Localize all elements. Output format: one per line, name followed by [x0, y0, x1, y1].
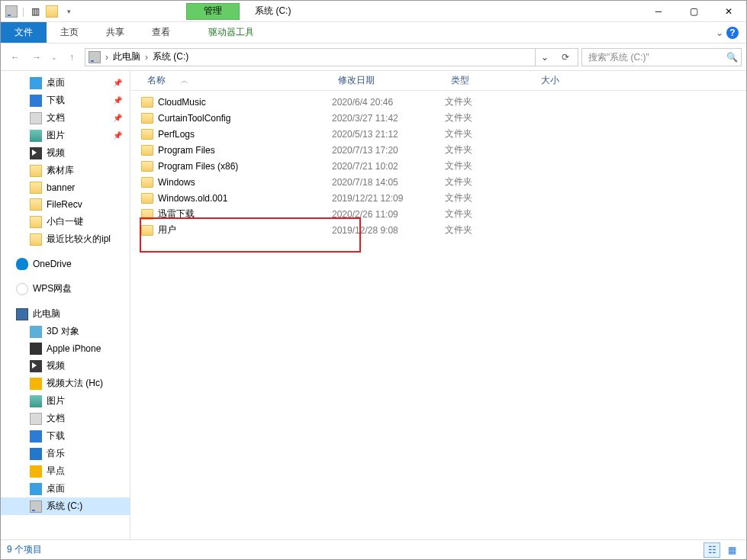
- tree-label: 下载: [47, 94, 65, 107]
- search-input[interactable]: [585, 52, 726, 63]
- breadcrumb-sep-icon[interactable]: ›: [143, 52, 150, 63]
- file-type: 文件夹: [445, 191, 535, 204]
- address-dropdown-icon[interactable]: ⌄: [535, 49, 553, 66]
- folder-icon: [141, 113, 153, 124]
- back-button[interactable]: ←: [5, 47, 25, 67]
- address-bar[interactable]: › 此电脑 › 系统 (C:) ⌄ ⟳: [85, 48, 578, 66]
- tree-label: 下载: [47, 430, 65, 443]
- file-date: 2020/6/4 20:46: [332, 97, 445, 108]
- details-view-button[interactable]: ☷: [704, 542, 720, 558]
- properties-icon[interactable]: ▥: [29, 5, 41, 18]
- sort-asc-icon: ︿: [181, 76, 188, 86]
- file-row[interactable]: Program Files (x86)2020/7/21 10:02文件夹: [130, 158, 746, 174]
- tree-videos[interactable]: 视频: [1, 144, 130, 162]
- tree-label: 文档: [47, 412, 65, 425]
- breadcrumb-sep-icon[interactable]: ›: [104, 52, 110, 63]
- phone-icon: [30, 343, 42, 355]
- file-row[interactable]: Program Files2020/7/13 17:20文件夹: [130, 142, 746, 158]
- folder-icon: [30, 216, 42, 228]
- tree-sucaiku[interactable]: 素材库: [1, 162, 130, 179]
- tree-pictures[interactable]: 图片📌: [1, 127, 130, 144]
- view-toggle: ☷ ▦: [704, 542, 740, 558]
- folder-icon: [30, 198, 42, 211]
- file-row[interactable]: 用户2019/12/28 9:08文件夹: [130, 222, 746, 238]
- tree-label: 音乐: [47, 447, 65, 460]
- up-button[interactable]: ↑: [62, 47, 82, 67]
- col-size[interactable]: 大小: [535, 74, 596, 87]
- tree-xiaobai[interactable]: 小白一键: [1, 213, 130, 230]
- history-dropdown[interactable]: ⌄: [48, 47, 60, 67]
- tree-desktop2[interactable]: 桌面: [1, 480, 130, 497]
- close-button[interactable]: ✕: [711, 1, 746, 22]
- tree-zaodian[interactable]: 早点: [1, 462, 130, 480]
- breadcrumb-cdrive[interactable]: 系统 (C:): [153, 50, 188, 63]
- status-bar: 9 个项目 ☷ ▦: [1, 539, 746, 559]
- search-box[interactable]: 🔍: [581, 48, 742, 66]
- breadcrumb-thispc[interactable]: 此电脑: [113, 50, 140, 63]
- file-row[interactable]: 迅雷下载2020/2/26 11:09文件夹: [130, 206, 746, 222]
- tree-downloads[interactable]: 下载📌: [1, 92, 130, 109]
- help-icon[interactable]: ?: [726, 27, 739, 39]
- tree-banner[interactable]: banner: [1, 179, 130, 196]
- file-date: 2020/7/13 17:20: [332, 145, 445, 156]
- tree-onedrive[interactable]: OneDrive: [1, 256, 130, 272]
- file-row[interactable]: CurtainToolConfig2020/3/27 11:42文件夹: [130, 110, 746, 126]
- refresh-icon[interactable]: ⟳: [556, 49, 575, 66]
- tree-shipindafa[interactable]: 视频大法 (Hc): [1, 375, 130, 392]
- tree-wps[interactable]: WPS网盘: [1, 280, 130, 298]
- file-name: Program Files (x86): [158, 161, 238, 172]
- file-name: Program Files: [158, 145, 215, 156]
- file-name: Windows: [158, 177, 195, 188]
- navigation-tree[interactable]: 桌面📌 下载📌 文档📌 图片📌 视频 素材库 banner FileRecv 小…: [1, 71, 130, 539]
- tree-iphone[interactable]: Apple iPhone: [1, 340, 130, 357]
- tree-label: 系统 (C:): [47, 500, 82, 513]
- tree-recent[interactable]: 最近比较火的ipl: [1, 230, 130, 248]
- file-row[interactable]: PerfLogs2020/5/13 21:12文件夹: [130, 126, 746, 142]
- tab-share[interactable]: 共享: [92, 22, 138, 43]
- tree-music[interactable]: 音乐: [1, 445, 130, 462]
- col-name[interactable]: 名称︿: [141, 74, 332, 87]
- tree-documents[interactable]: 文档📌: [1, 109, 130, 127]
- tree-label: 视频: [47, 359, 65, 372]
- tree-label: 图片: [47, 129, 65, 142]
- col-type[interactable]: 类型: [445, 74, 535, 87]
- tree-documents2[interactable]: 文档: [1, 410, 130, 427]
- file-name: Windows.old.001: [158, 193, 227, 204]
- file-row[interactable]: Windows2020/7/18 14:05文件夹: [130, 174, 746, 190]
- maximize-button[interactable]: ▢: [676, 1, 711, 22]
- file-date: 2019/12/21 12:09: [332, 193, 445, 204]
- tree-3d[interactable]: 3D 对象: [1, 323, 130, 340]
- file-date: 2019/12/28 9:08: [332, 225, 445, 236]
- ribbon-expand-icon[interactable]: ⌄: [716, 27, 723, 38]
- tree-videos2[interactable]: 视频: [1, 357, 130, 375]
- file-row[interactable]: CloudMusic2020/6/4 20:46文件夹: [130, 94, 746, 110]
- forward-button[interactable]: →: [27, 47, 47, 67]
- desktop-icon: [30, 77, 42, 89]
- folder-icon: [141, 161, 153, 172]
- tab-file[interactable]: 文件: [1, 22, 47, 43]
- folder-qat-icon[interactable]: [46, 5, 58, 18]
- tree-filerecv[interactable]: FileRecv: [1, 196, 130, 213]
- tree-downloads2[interactable]: 下载: [1, 427, 130, 445]
- tree-label: 此电脑: [33, 307, 60, 320]
- icons-view-button[interactable]: ▦: [723, 542, 740, 558]
- tree-label: 3D 对象: [47, 325, 79, 338]
- tree-pictures2[interactable]: 图片: [1, 392, 130, 410]
- file-row[interactable]: Windows.old.0012019/12/21 12:09文件夹: [130, 190, 746, 206]
- tree-cdrive[interactable]: 系统 (C:): [1, 497, 130, 515]
- tree-label: 素材库: [47, 164, 74, 177]
- folder-icon: [30, 233, 42, 246]
- minimize-button[interactable]: ─: [641, 1, 676, 22]
- file-list: 名称︿ 修改日期 类型 大小 CloudMusic2020/6/4 20:46文…: [130, 71, 746, 539]
- tree-label: 视频大法 (Hc): [47, 377, 103, 390]
- tree-desktop[interactable]: 桌面📌: [1, 74, 130, 92]
- tab-drive-tools[interactable]: 驱动器工具: [195, 22, 268, 43]
- tab-view[interactable]: 查看: [138, 22, 184, 43]
- qat-dropdown-icon[interactable]: ▾: [63, 5, 75, 18]
- item-count: 9 个项目: [7, 543, 42, 556]
- col-date[interactable]: 修改日期: [332, 74, 445, 87]
- wps-icon: [16, 283, 28, 295]
- search-icon[interactable]: 🔍: [726, 52, 738, 63]
- tab-home[interactable]: 主页: [47, 22, 92, 43]
- tree-thispc[interactable]: 此电脑: [1, 305, 130, 323]
